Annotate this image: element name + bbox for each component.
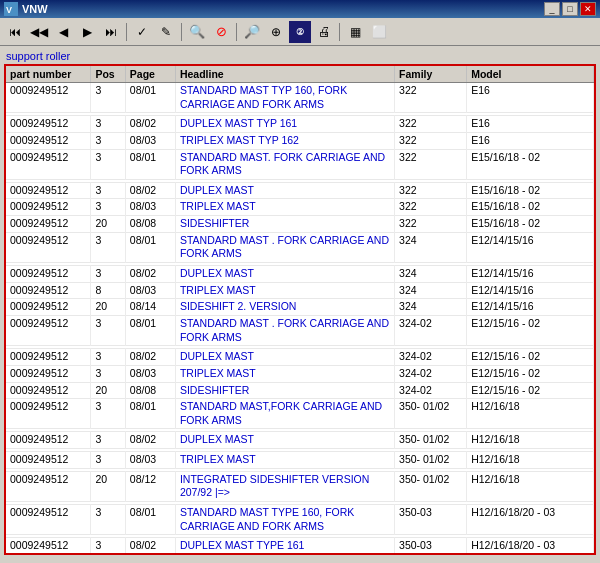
table-cell-part-number: 0009249512 [6,349,91,366]
table-row[interactable]: 0009249512308/02DUPLEX MAST TYPE 161350-… [6,538,594,555]
grid-button[interactable]: ▦ [344,21,366,43]
table-cell-headline: DUPLEX MAST [175,266,394,283]
table-cell-pos: 20 [91,299,125,316]
nav-prev-prev-button[interactable]: ◀◀ [28,21,50,43]
table-cell-part-number: 0009249512 [6,315,91,345]
table-cell-page: 08/14 [125,299,175,316]
table-cell-family: 350-03 [395,554,467,555]
table-row[interactable]: 0009249512308/03TRIPLEX MAST TYP 162322E… [6,132,594,149]
table-cell-page: 08/03 [125,132,175,149]
table-cell-headline: SIDESHIFTER [175,382,394,399]
table-cell-model: E12/14/15/16 [467,282,594,299]
table-cell-page: 08/02 [125,432,175,449]
table-container[interactable]: part number Pos Page Headline Family Mod… [4,64,596,555]
table-cell-headline: SIDESHIFTER [175,216,394,233]
minimize-button[interactable]: _ [544,2,560,16]
search-button[interactable]: 🔍 [186,21,208,43]
table-row[interactable]: 0009249512308/03TRIPLEX MAST350- 01/02H1… [6,452,594,469]
close-button[interactable]: ✕ [580,2,596,16]
table-cell-pos: 20 [91,216,125,233]
table-cell-part-number: 0009249512 [6,471,91,501]
table-row[interactable]: 0009249512308/01STANDARD MAST TYP 160, F… [6,83,594,113]
support-roller-label: support roller [4,50,596,62]
table-cell-part-number: 0009249512 [6,182,91,199]
print-button[interactable]: 🖨 [313,21,335,43]
table-row[interactable]: 0009249512308/02DUPLEX MAST350- 01/02H12… [6,432,594,449]
table-row[interactable]: 0009249512308/01STANDARD MAST . FORK CAR… [6,315,594,345]
table-cell-part-number: 0009249512 [6,149,91,179]
table-cell-page: 08/01 [125,232,175,262]
maximize-button[interactable]: □ [562,2,578,16]
table-row[interactable]: 0009249512808/03TRIPLEX MAST324E12/14/15… [6,282,594,299]
frame-button[interactable]: ⬜ [368,21,390,43]
table-cell-headline: TRIPLEX MAST TYPE 162 [175,554,394,555]
table-cell-page: 08/01 [125,399,175,429]
zoom-button[interactable]: 🔎 [241,21,263,43]
table-row[interactable]: 0009249512308/03TRIPLEX MAST322E15/16/18… [6,199,594,216]
table-cell-pos: 20 [91,471,125,501]
table-cell-pos: 3 [91,132,125,149]
table-cell-model: E15/16/18 - 02 [467,216,594,233]
toolbar: ⏮ ◀◀ ◀ ▶ ⏭ ✓ ✎ 🔍 ⊘ 🔎 ⊕ ② 🖨 ▦ ⬜ [0,18,600,46]
table-cell-pos: 3 [91,349,125,366]
table-cell-pos: 3 [91,266,125,283]
cancel-button[interactable]: ⊘ [210,21,232,43]
table-cell-page: 08/02 [125,349,175,366]
nav-start-button[interactable]: ⏮ [4,21,26,43]
table-cell-part-number: 0009249512 [6,132,91,149]
table-cell-page: 08/02 [125,538,175,555]
table-row[interactable]: 00092495122008/08SIDESHIFTER322E15/16/18… [6,216,594,233]
table-row[interactable]: 0009249512308/03TRIPLEX MAST324-02E12/15… [6,365,594,382]
nav-next-button[interactable]: ▶ [76,21,98,43]
table-cell-page: 08/02 [125,116,175,133]
table-cell-pos: 8 [91,282,125,299]
table-cell-model: E12/15/16 - 02 [467,349,594,366]
table-row[interactable]: 0009249512308/01STANDARD MAST . FORK CAR… [6,232,594,262]
table-cell-headline: TRIPLEX MAST [175,452,394,469]
table-row[interactable]: 0009249512308/01STANDARD MAST TYPE 160, … [6,505,594,535]
table-cell-pos: 3 [91,232,125,262]
table-row[interactable]: 0009249512308/01STANDARD MAST. FORK CARR… [6,149,594,179]
table-cell-model: E15/16/18 - 02 [467,199,594,216]
table-cell-page: 08/03 [125,199,175,216]
table-cell-headline: TRIPLEX MAST [175,282,394,299]
window-title: VNW [22,3,48,15]
table-cell-model: E12/15/16 - 02 [467,365,594,382]
window-controls: _ □ ✕ [544,2,596,16]
table-cell-part-number: 0009249512 [6,282,91,299]
add-button[interactable]: ⊕ [265,21,287,43]
table-cell-family: 322 [395,116,467,133]
table-cell-model: E15/16/18 - 02 [467,149,594,179]
table-cell-family: 324-02 [395,349,467,366]
table-cell-pos: 3 [91,432,125,449]
table-cell-pos: 3 [91,538,125,555]
table-row[interactable]: 00092495122008/14SIDESHIFT 2. VERSION324… [6,299,594,316]
confirm-button[interactable]: ✓ [131,21,153,43]
number-button[interactable]: ② [289,21,311,43]
edit-button[interactable]: ✎ [155,21,177,43]
table-row[interactable]: 0009249512308/02DUPLEX MAST322E15/16/18 … [6,182,594,199]
nav-prev-button[interactable]: ◀ [52,21,74,43]
table-cell-family: 350- 01/02 [395,399,467,429]
table-row[interactable]: 00092495122008/12INTEGRATED SIDESHIFTER … [6,471,594,501]
table-cell-pos: 3 [91,199,125,216]
table-body: 0009249512308/01STANDARD MAST TYP 160, F… [6,83,594,556]
sep1 [126,23,127,41]
table-cell-headline: STANDARD MAST. FORK CARRIAGE AND FORK AR… [175,149,394,179]
table-cell-page: 08/08 [125,382,175,399]
table-cell-family: 322 [395,83,467,113]
table-cell-model: E12/15/16 - 02 [467,382,594,399]
table-row[interactable]: 00092495122008/08SIDESHIFTER324-02E12/15… [6,382,594,399]
table-row[interactable]: 0009249512308/02DUPLEX MAST324-02E12/15/… [6,349,594,366]
table-cell-page: 08/01 [125,315,175,345]
table-cell-family: 350- 01/02 [395,471,467,501]
table-row[interactable]: 0009249512308/03TRIPLEX MAST TYPE 162350… [6,554,594,555]
table-cell-model: H12/16/18 [467,452,594,469]
table-row[interactable]: 0009249512308/02DUPLEX MAST TYP 161322E1… [6,116,594,133]
table-cell-model: H12/16/18/20 - 03 [467,538,594,555]
table-header-row: part number Pos Page Headline Family Mod… [6,66,594,83]
nav-end-button[interactable]: ⏭ [100,21,122,43]
main-content: support roller part number Pos Page Head… [0,46,600,563]
table-row[interactable]: 0009249512308/02DUPLEX MAST324E12/14/15/… [6,266,594,283]
table-row[interactable]: 0009249512308/01STANDARD MAST,FORK CARRI… [6,399,594,429]
